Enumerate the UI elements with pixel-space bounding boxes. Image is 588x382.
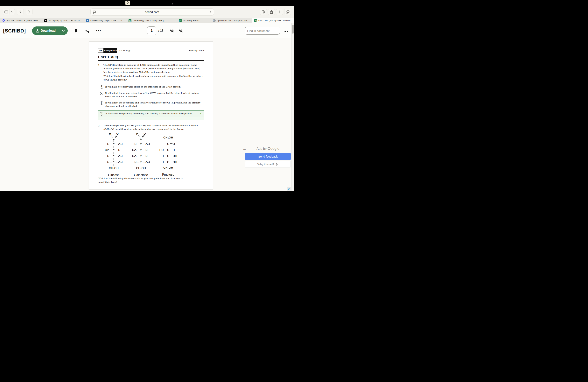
option-c: C It will affect the secondary and terti…: [98, 101, 204, 108]
download-button[interactable]: Download: [32, 26, 59, 35]
question-1-text: The CFTR protein is made up of 1,480 ami…: [104, 64, 204, 74]
tab-favicon: G: [213, 19, 216, 22]
chevron-down-icon: [62, 30, 65, 32]
notch-app-icon: [126, 0, 130, 5]
google-ad-panel: ← Ads by Google Send feedback Why this a…: [241, 147, 294, 168]
tab-label: APUSH - Period 3 (1754-1800...: [6, 19, 40, 22]
url-text: scribd.com: [96, 10, 208, 14]
chevron-down-icon: [11, 11, 13, 12]
sidebar-menu-button[interactable]: [10, 9, 15, 15]
tab-favicon: [S]: [128, 19, 131, 22]
share-button[interactable]: [268, 9, 275, 15]
course-label: AP Biology: [119, 49, 130, 52]
plus-icon: [278, 11, 281, 13]
question-1-stem: Which of the following best predicts how…: [104, 74, 204, 82]
tab-overview-button[interactable]: [284, 9, 291, 15]
send-feedback-button[interactable]: Send feedback: [245, 153, 291, 160]
reload-icon[interactable]: [208, 11, 211, 14]
tab-bar: QAPUSH - Period 3 (1754-1800...✳im signi…: [0, 18, 294, 23]
question-2: 2. The carbohydrates glucose, galactose,…: [98, 124, 204, 131]
browser-tab-3[interactable]: BDuoSecurity Login - CAS – Ce...: [84, 18, 126, 23]
vertical-bond: [114, 164, 114, 166]
share-nodes-icon: [85, 29, 90, 33]
collegeboard-label: CollegeBoard: [104, 50, 117, 52]
scoring-guide-label: Scoring Guide: [189, 49, 204, 52]
downloads-button[interactable]: [260, 9, 267, 15]
carbon-row: HCOH: [131, 160, 151, 164]
molecule-glucose: HOCHCOHHOCHHCOHHCOHCH₂OHGlucose: [104, 132, 124, 177]
tab-label: AP Biology Unit 1 Test | PDF |...: [133, 19, 166, 22]
svg-text:C: C: [140, 137, 142, 140]
vertical-bond: [168, 164, 168, 166]
tab-label: DuoSecurity Login - CAS – Ce...: [90, 19, 124, 22]
question-2-text: The carbohydrates glucose, galactose, an…: [104, 124, 204, 131]
more-options-button[interactable]: •••: [96, 28, 102, 33]
carbon-row: HCOH: [158, 154, 178, 158]
ads-by-google-label: Ads by Google: [241, 147, 294, 151]
browser-tab-4[interactable]: [S]AP Biology Unit 1 Test | PDF |...: [126, 18, 168, 23]
option-d-letter: D: [100, 112, 103, 116]
adchoices-corner-badge[interactable]: [287, 187, 291, 191]
exit-fullscreen-button[interactable]: [284, 29, 289, 33]
svg-text:C: C: [113, 137, 115, 140]
sidebar-toggle-button[interactable]: [3, 9, 10, 15]
tab-label: im signing up to be a HOSA st...: [49, 19, 82, 22]
why-this-ad-button[interactable]: Why this ad?: [245, 161, 291, 168]
scrollbar-thumb[interactable]: [292, 25, 294, 34]
zoom-out-button[interactable]: [170, 28, 175, 33]
vertical-bond: [141, 146, 141, 148]
find-in-document-field[interactable]: [245, 27, 280, 35]
browser-tab-1[interactable]: QAPUSH - Period 3 (1754-1800...: [0, 18, 42, 23]
vertical-bond: [114, 146, 114, 148]
carbon-row: HCOH: [104, 154, 124, 158]
browser-tab-2[interactable]: ✳im signing up to be a HOSA st...: [42, 18, 84, 23]
screen: scribd.com: [0, 0, 294, 191]
tab-favicon: ✳: [44, 19, 47, 22]
document-page: AP CollegeBoard AP Biology Scoring Guide…: [89, 42, 213, 190]
ad-back-arrow[interactable]: ←: [243, 147, 246, 151]
bookmark-button[interactable]: [74, 28, 79, 33]
back-button[interactable]: [17, 9, 24, 15]
tab-favicon: B: [86, 19, 89, 22]
title-rule: [98, 60, 204, 61]
adchoices-icon: [275, 163, 278, 166]
browser-tab-5[interactable]: [S]Search | Scribd: [168, 18, 210, 23]
option-b-letter: B: [100, 92, 103, 95]
new-tab-button[interactable]: [276, 9, 283, 15]
carbon-row: HOCH: [131, 148, 151, 152]
svg-text:H: H: [136, 132, 138, 135]
page-scrollbar[interactable]: [292, 23, 294, 191]
page-number-input[interactable]: [147, 26, 156, 35]
download-options-button[interactable]: [59, 26, 68, 35]
vertical-bond: [168, 152, 168, 154]
google-brand: Google: [268, 147, 279, 150]
browser-tab-6[interactable]: Gapbio test unit 1 template ans...: [210, 18, 252, 23]
forward-button[interactable]: [26, 9, 33, 15]
carbon-row: HOCH: [104, 148, 124, 152]
share-document-button[interactable]: [85, 28, 90, 33]
molecule-fructose: CH₂OHCOHOCHHCOHHCOHCH₂OHFructose: [158, 136, 178, 177]
terminal-group: CH₂OH: [104, 166, 124, 170]
answer-options: A It will have no observable effect on t…: [98, 85, 204, 119]
download-label: Download: [41, 29, 56, 32]
find-input[interactable]: [247, 29, 286, 32]
question-2-closing: Which of the following statements about …: [98, 177, 188, 184]
browser-tab-7[interactable]: [S]Unit 1 MCQ SG | PDF | Protein...: [252, 18, 294, 23]
option-a-text: It will have no observable effect on the…: [105, 85, 181, 88]
option-b-text: It will affect the primary structure of …: [105, 92, 202, 98]
tab-favicon: [S]: [179, 19, 182, 22]
option-b: B It will affect the primary structure o…: [98, 91, 204, 99]
tabs-overview-icon: [286, 10, 290, 14]
option-a-letter: A: [100, 85, 103, 89]
browser-toolbar: scribd.com: [0, 6, 294, 18]
vertical-bond: [168, 140, 168, 142]
terminal-group: CH₂OH: [158, 136, 178, 140]
aldehyde-group: HOC: [131, 132, 151, 140]
document-viewer: AP CollegeBoard AP Biology Scoring Guide…: [0, 38, 294, 191]
molecule-galactose: HOCHCOHHOCHHOCHHCOHCH₂OHGalactose: [131, 132, 151, 177]
molecule-label: Fructose: [162, 173, 174, 176]
address-bar[interactable]: scribd.com: [90, 8, 214, 16]
svg-text:O: O: [144, 132, 146, 135]
zoom-in-button[interactable]: [179, 28, 184, 33]
ads-by-label: Ads by: [256, 147, 268, 150]
